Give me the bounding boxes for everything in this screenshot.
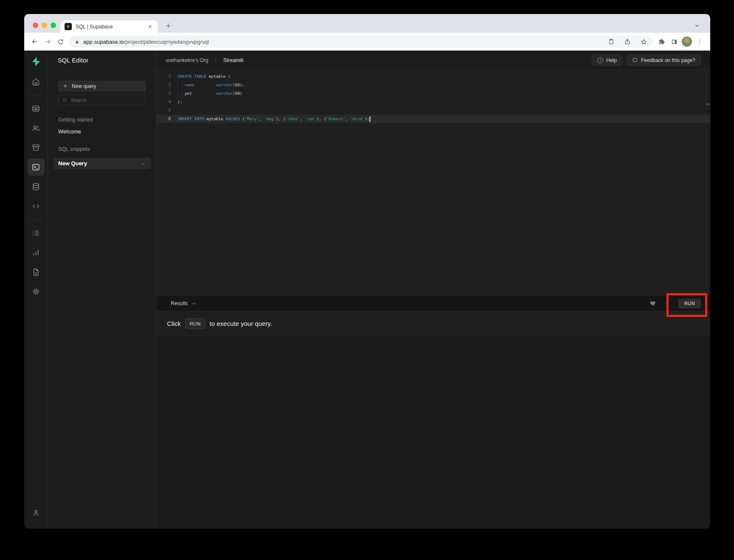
share-icon[interactable] [621, 35, 634, 48]
minimize-window-button[interactable] [42, 23, 47, 28]
url-text: app.supabase.io/project/pldexcuqrnyedang… [83, 39, 209, 45]
run-key-badge: RUN [185, 318, 206, 329]
line-number: 4 [156, 98, 171, 106]
feedback-label: Feedback on this page? [641, 57, 695, 63]
editor-scrollbar-thumb[interactable] [706, 103, 710, 105]
screen-background: SQL | Supabase [0, 0, 734, 560]
code-line-6[interactable]: 6INSERT INTO mytable VALUES ('Mary', 'do… [156, 115, 710, 123]
run-options-chevron-icon[interactable] [665, 301, 670, 306]
reload-button[interactable] [54, 35, 67, 48]
main-header: snehankekre's Org / Streamlit ? Help Fee… [156, 51, 710, 70]
help-label: Help [606, 57, 617, 63]
breadcrumb-project[interactable]: Streamlit [223, 57, 243, 63]
profile-avatar[interactable] [680, 35, 693, 48]
home-icon[interactable] [28, 73, 45, 90]
avatar-image [682, 37, 692, 47]
authentication-users-icon[interactable] [28, 119, 45, 136]
forward-button[interactable] [41, 35, 54, 48]
results-toolbar: Results RUN [156, 295, 710, 311]
breadcrumb-separator: / [215, 57, 216, 63]
extensions-puzzle-icon[interactable] [655, 35, 668, 48]
supabase-logo-icon[interactable] [29, 55, 43, 68]
close-window-button[interactable] [33, 23, 38, 28]
indent-guides [178, 91, 183, 96]
browser-tab[interactable]: SQL | Supabase [60, 20, 158, 33]
breadcrumb-org[interactable]: snehankekre's Org [166, 57, 208, 63]
line-code: pet varchar(80) [171, 89, 242, 98]
new-query-label: New query [72, 83, 96, 89]
tab-list-chevron-icon[interactable] [692, 21, 702, 30]
new-tab-button[interactable] [162, 20, 174, 31]
line-code [171, 106, 178, 115]
code-line-3[interactable]: 3 pet varchar(80) [156, 89, 710, 98]
sql-code-editor[interactable]: 1CREATE TABLE mytable (2 name varchar(80… [156, 70, 710, 295]
clipboard-icon[interactable] [605, 35, 618, 48]
favorite-heart-icon[interactable] [649, 300, 656, 307]
results-dropdown[interactable]: Results [171, 300, 196, 306]
supabase-favicon-icon [65, 23, 72, 30]
window-controls [24, 23, 56, 28]
api-code-icon[interactable] [28, 198, 45, 215]
docs-file-icon[interactable] [28, 263, 45, 280]
logs-list-icon[interactable] [28, 224, 45, 241]
bookmark-star-icon[interactable] [637, 35, 650, 48]
sql-editor-icon[interactable] [28, 158, 45, 175]
app-content: SQL Editor New query Getting started Wel… [24, 51, 710, 529]
chevron-down-icon[interactable] [141, 161, 146, 166]
line-number: 1 [156, 72, 171, 81]
question-circle-icon: ? [597, 57, 603, 63]
hint-suffix: to execute your query. [209, 320, 272, 327]
browser-window: SQL | Supabase [24, 14, 710, 529]
results-empty-area [156, 336, 710, 529]
line-number: 5 [156, 106, 171, 115]
rail-divider [28, 95, 44, 95]
text-cursor [370, 116, 370, 122]
browser-menu-kebab-icon[interactable] [693, 35, 706, 48]
database-icon[interactable] [28, 178, 45, 195]
snippet-label: New Query [58, 160, 87, 167]
tab-close-icon[interactable] [146, 23, 154, 31]
line-code: INSERT INTO mytable VALUES ('Mary', 'dog… [171, 115, 370, 123]
chevron-down-icon [192, 301, 196, 306]
browser-tab-strip: SQL | Supabase [24, 14, 710, 33]
code-line-2[interactable]: 2 name varchar(80), [156, 81, 710, 89]
reports-chart-icon[interactable] [28, 244, 45, 261]
zoom-window-button[interactable] [51, 23, 56, 28]
sidebar-item-welcome[interactable]: Welcome [58, 128, 146, 135]
line-code: name varchar(80), [171, 81, 245, 89]
account-user-icon[interactable] [28, 504, 45, 521]
plus-icon [62, 83, 68, 89]
back-button[interactable] [28, 35, 41, 48]
lock-icon [74, 39, 80, 45]
panel-title: SQL Editor [48, 51, 156, 70]
results-hint: Click RUN to execute your query. [156, 311, 710, 336]
app-nav-rail [24, 51, 48, 529]
code-lines: 1CREATE TABLE mytable (2 name varchar(80… [156, 72, 710, 123]
line-number: 2 [156, 81, 171, 89]
side-panel-icon[interactable] [668, 35, 680, 48]
line-code: CREATE TABLE mytable ( [171, 72, 230, 81]
settings-gear-icon[interactable] [28, 283, 45, 300]
help-button[interactable]: ? Help [592, 54, 622, 66]
line-number: 3 [156, 89, 171, 98]
indent-guides [178, 82, 183, 88]
run-button[interactable]: RUN [678, 299, 701, 308]
main-area: snehankekre's Org / Streamlit ? Help Fee… [156, 51, 710, 529]
browser-toolbar: app.supabase.io/project/pldexcuqrnyedang… [24, 33, 710, 51]
feedback-button[interactable]: Feedback on this page? [627, 54, 701, 66]
code-line-4[interactable]: 4); [156, 98, 710, 106]
storage-icon[interactable] [28, 139, 45, 156]
search-input[interactable] [58, 95, 146, 105]
sql-editor-sidebar: SQL Editor New query Getting started Wel… [48, 51, 156, 529]
table-editor-icon[interactable] [28, 100, 45, 117]
code-line-1[interactable]: 1CREATE TABLE mytable ( [156, 72, 710, 81]
new-query-button[interactable]: New query [58, 81, 146, 91]
sidebar-item-new-query[interactable]: New Query [53, 158, 151, 169]
line-code: ); [171, 98, 182, 106]
getting-started-header: Getting started [58, 117, 146, 123]
code-line-5[interactable]: 5 [156, 106, 710, 115]
address-bar[interactable]: app.supabase.io/project/pldexcuqrnyedang… [69, 36, 652, 48]
search-field[interactable] [71, 97, 141, 103]
rail-divider [28, 219, 44, 220]
sql-snippets-header: SQL snippets [58, 146, 146, 152]
